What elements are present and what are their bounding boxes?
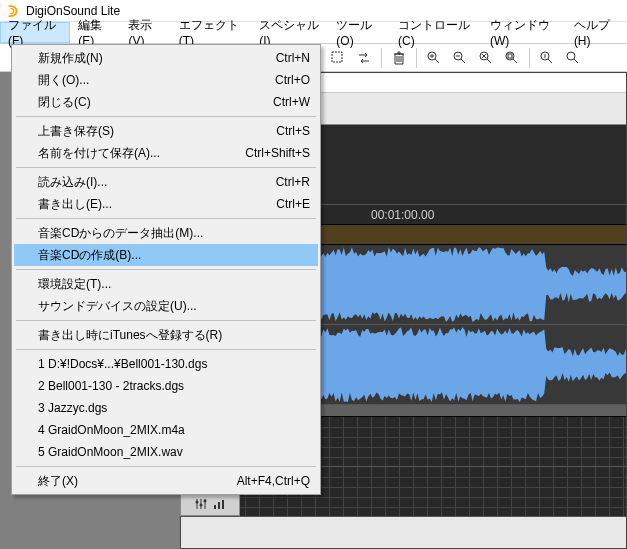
zoom-out-icon[interactable] <box>448 46 472 70</box>
file-menu-item[interactable]: サウンドデバイスの設定(U)... <box>14 295 318 317</box>
file-menu-item[interactable]: 5 GraidOnMoon_2MIX.wav <box>14 441 318 463</box>
svg-rect-13 <box>222 500 224 509</box>
ruler-time-1: 00:01:00.00 <box>371 208 434 222</box>
menu-separator <box>16 466 316 467</box>
menu-separator <box>16 116 316 117</box>
svg-point-10 <box>204 500 207 503</box>
menu-表示[interactable]: 表示(V) <box>120 22 170 43</box>
svg-rect-5 <box>508 54 512 58</box>
delete-icon[interactable] <box>387 46 411 70</box>
file-menu-item[interactable]: 1 D:¥!Docs¥...¥Bell001-130.dgs <box>14 353 318 375</box>
app-logo-icon <box>6 4 20 18</box>
svg-point-8 <box>196 501 199 504</box>
menu-separator <box>16 269 316 270</box>
app-title: DigiOnSound Lite <box>26 4 120 18</box>
svg-rect-12 <box>218 502 220 509</box>
vzoom-in-icon[interactable] <box>535 46 559 70</box>
sliders-icon <box>194 497 208 511</box>
select-mode-icon[interactable] <box>326 46 350 70</box>
file-menu-dropdown: 新規作成(N)Ctrl+N開く(O)...Ctrl+O閉じる(C)Ctrl+W上… <box>11 44 321 495</box>
file-menu-item[interactable]: 読み込み(I)...Ctrl+R <box>14 171 318 193</box>
file-menu-item[interactable]: 閉じる(C)Ctrl+W <box>14 91 318 113</box>
menu-ウィンドウ[interactable]: ウィンドウ(W) <box>482 22 566 43</box>
file-menu-item[interactable]: 3 Jazzyc.dgs <box>14 397 318 419</box>
file-menu-item[interactable]: 環境設定(T)... <box>14 273 318 295</box>
menu-編集[interactable]: 編集(E) <box>70 22 120 43</box>
file-menu-item[interactable]: 2 Bell001-130 - 2tracks.dgs <box>14 375 318 397</box>
file-menu-item[interactable]: 名前を付けて保存(A)...Ctrl+Shift+S <box>14 142 318 164</box>
file-menu-item[interactable]: 音楽CDの作成(B)... <box>14 244 318 266</box>
menu-separator <box>16 320 316 321</box>
file-menu-item[interactable]: 上書き保存(S)Ctrl+S <box>14 120 318 142</box>
svg-point-9 <box>200 504 203 507</box>
file-menu-item[interactable]: 終了(X)Alt+F4,Ctrl+Q <box>14 470 318 492</box>
file-menu-item[interactable]: 書き出し(E)...Ctrl+E <box>14 193 318 215</box>
menu-separator <box>16 218 316 219</box>
menu-bar: ファイル(F)編集(E)表示(V)エフェクト(T)スペシャル(I)ツール(O)コ… <box>0 22 627 44</box>
menu-ヘルプ[interactable]: ヘルプ(H) <box>566 22 627 43</box>
vzoom-out-icon[interactable] <box>561 46 585 70</box>
swap-icon[interactable] <box>352 46 376 70</box>
file-menu-item[interactable]: 開く(O)...Ctrl+O <box>14 69 318 91</box>
menu-separator <box>16 167 316 168</box>
svg-rect-0 <box>332 52 342 62</box>
menu-separator <box>16 349 316 350</box>
file-menu-item[interactable]: 音楽CDからのデータ抽出(M)... <box>14 222 318 244</box>
svg-point-4 <box>506 52 514 60</box>
file-menu-item[interactable]: 書き出し時にiTunesへ登録する(R) <box>14 324 318 346</box>
svg-rect-11 <box>214 505 216 509</box>
menu-スペシャル[interactable]: スペシャル(I) <box>251 22 328 43</box>
menu-ファイル[interactable]: ファイル(F) <box>0 22 70 43</box>
levels-icon <box>212 497 226 511</box>
svg-point-7 <box>567 52 575 60</box>
zoom-reset-icon[interactable] <box>474 46 498 70</box>
zoom-fit-icon[interactable] <box>500 46 524 70</box>
file-menu-item[interactable]: 4 GraidOnMoon_2MIX.m4a <box>14 419 318 441</box>
menu-ツール[interactable]: ツール(O) <box>328 22 390 43</box>
menu-コントロール[interactable]: コントロール(C) <box>390 22 482 43</box>
file-menu-item[interactable]: 新規作成(N)Ctrl+N <box>14 47 318 69</box>
zoom-in-icon[interactable] <box>422 46 446 70</box>
menu-エフェクト[interactable]: エフェクト(T) <box>171 22 252 43</box>
mixer-controls[interactable] <box>180 492 240 516</box>
